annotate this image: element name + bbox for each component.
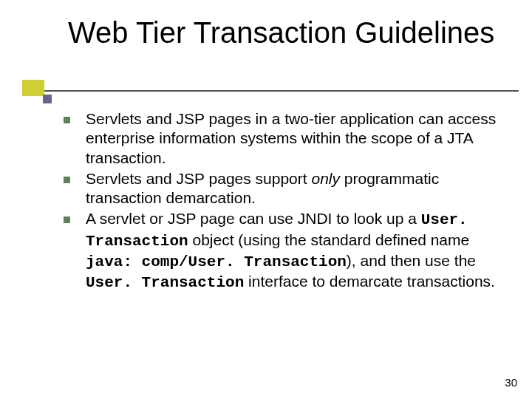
title-accent-blue (43, 95, 52, 103)
bullet-text-b: object (using the standard defined name (188, 231, 470, 248)
title-accent-yellow (22, 80, 44, 96)
bullet-list: Servlets and JSP pages in a two-tier app… (59, 109, 510, 293)
emphasis-only: only (311, 170, 340, 187)
slide-title: Web Tier Transaction Guidelines (68, 16, 510, 50)
bullet-text-c: ), and then use the (347, 252, 476, 269)
slide-body: Servlets and JSP pages in a two-tier app… (59, 109, 510, 294)
page-number: 30 (505, 376, 517, 389)
list-item: A servlet or JSP page can use JNDI to lo… (59, 209, 510, 293)
bullet-text: Servlets and JSP pages in a two-tier app… (86, 110, 496, 166)
list-item: Servlets and JSP pages support only prog… (59, 169, 510, 208)
bullet-text-pre: Servlets and JSP pages support (86, 170, 311, 187)
list-item: Servlets and JSP pages in a two-tier app… (59, 109, 510, 168)
bullet-text-d: interface to demarcate transactions. (244, 273, 495, 290)
slide-title-block: Web Tier Transaction Guidelines (35, 16, 510, 50)
code-jndi-name: java: comp/User. Transaction (86, 253, 347, 270)
code-user-transaction-2: User. Transaction (86, 274, 244, 291)
title-underline (40, 90, 519, 92)
bullet-text-a: A servlet or JSP page can use JNDI to lo… (86, 210, 421, 227)
